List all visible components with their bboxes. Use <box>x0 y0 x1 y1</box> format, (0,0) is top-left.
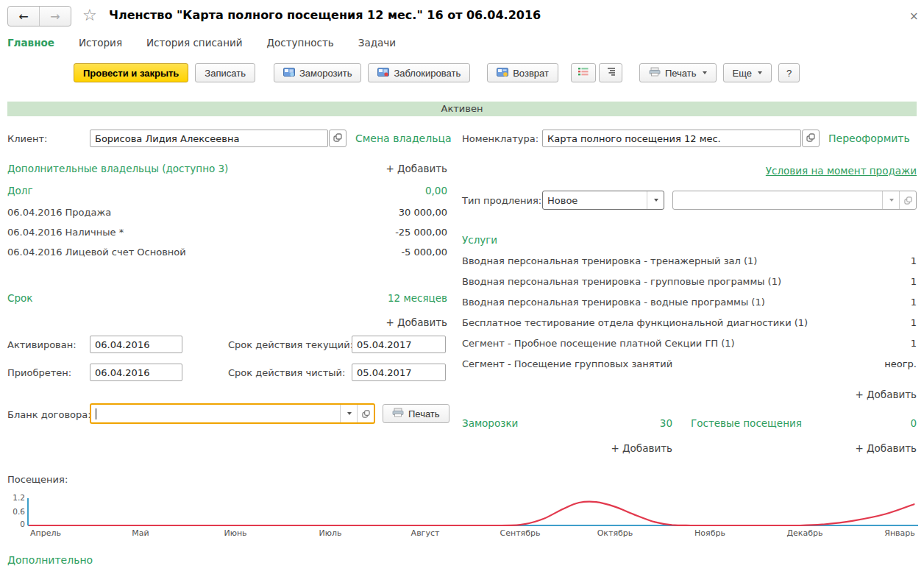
colored-list-icon <box>578 67 589 79</box>
x-axis-month-label: Ноябрь <box>694 528 725 538</box>
add-owner-button[interactable]: + Добавить <box>385 163 447 174</box>
term-current-date-input[interactable] <box>352 336 446 353</box>
visits-chart: 00.61.2АпрельМайИюньИюльАвгустСентябрьОк… <box>0 483 924 549</box>
add-guest-visit-button[interactable]: + Добавить <box>855 442 917 454</box>
term-net-date-input[interactable] <box>352 364 446 381</box>
term-header-row: Срок 12 месяцев <box>7 292 447 304</box>
freezes-add-row: + Добавить <box>462 442 672 454</box>
y-tick-label: 0 <box>20 520 25 528</box>
service-label: Вводная персональная тренировка - водные… <box>462 297 765 308</box>
add-term-button[interactable]: + Добавить <box>385 316 447 328</box>
help-button[interactable]: ? <box>778 63 800 82</box>
open-button[interactable] <box>899 191 916 209</box>
favorite-star-icon[interactable]: ☆ <box>82 7 97 24</box>
x-axis-month-label: Сентябрь <box>500 528 541 538</box>
renewal-type-label: Тип продления: <box>462 195 541 206</box>
x-axis-month-label: Май <box>132 528 149 538</box>
reissue-link[interactable]: Переоформить <box>828 132 910 144</box>
nomenclature-open-button[interactable] <box>802 130 820 147</box>
debt-row: 06.04.2016 Продажа 30 000,00 <box>7 207 447 218</box>
tab-tasks[interactable]: Задачи <box>358 37 396 49</box>
back-button[interactable]: ← <box>8 7 40 26</box>
client-open-button[interactable] <box>329 130 346 147</box>
client-input[interactable] <box>90 130 328 147</box>
tab-main[interactable]: Главное <box>7 37 54 49</box>
structure-list-button[interactable] <box>599 63 622 82</box>
tab-history[interactable]: История <box>79 37 122 49</box>
card-block-icon <box>377 68 389 79</box>
freezes-header[interactable]: Заморозки <box>462 417 518 429</box>
visits-chart-svg: 00.61.2АпрельМайИюньИюльАвгустСентябрьОк… <box>0 483 924 549</box>
dropdown-button[interactable] <box>647 191 664 209</box>
block-label: Заблокировать <box>394 68 461 79</box>
guest-visits-header[interactable]: Гостевые посещения <box>691 417 802 429</box>
save-button[interactable]: Записать <box>195 63 255 82</box>
debt-row: 06.04.2016 Наличные * -25 000,00 <box>7 227 447 238</box>
add-freeze-button[interactable]: + Добавить <box>611 442 672 454</box>
dropdown-button[interactable] <box>340 405 357 422</box>
guest-visits-row: Гостевые посещения 0 <box>691 417 917 429</box>
open-link-icon <box>904 196 912 205</box>
refund-button[interactable]: Возврат <box>487 63 558 82</box>
debt-row-label: 06.04.2016 Лицевой счет Основной <box>7 247 186 258</box>
chevron-down-icon <box>703 71 707 74</box>
debt-header[interactable]: Долг <box>7 185 33 196</box>
service-value: 1 <box>911 317 917 328</box>
contract-blank-value <box>91 408 340 419</box>
debt-row-label: 06.04.2016 Наличные * <box>7 227 124 238</box>
debt-total: 0,00 <box>425 185 447 196</box>
section-tabs: Главное История История списаний Доступн… <box>7 37 396 49</box>
nav-history-group: ← → <box>7 6 71 26</box>
service-value: 1 <box>911 255 917 266</box>
chevron-down-icon <box>758 71 762 74</box>
forward-button[interactable]: → <box>40 7 71 26</box>
chevron-down-icon <box>889 199 894 202</box>
renewal-type-select[interactable]: Новое <box>542 191 664 210</box>
more-button[interactable]: Еще <box>723 63 772 82</box>
service-row: Сегмент - Пробное посещение платной Секц… <box>462 338 917 349</box>
service-label: Сегмент - Посещение групповых занятий <box>462 358 672 369</box>
guest-visits-value: 0 <box>910 417 917 429</box>
activated-date-input[interactable] <box>90 336 182 353</box>
printer-icon <box>649 67 661 79</box>
service-row: Вводная персональная тренировка - водные… <box>462 297 917 308</box>
term-add-row: + Добавить <box>7 316 447 328</box>
nomenclature-input[interactable] <box>542 130 801 147</box>
contract-print-button[interactable]: Печать <box>383 404 449 423</box>
open-link-icon <box>362 410 370 418</box>
colored-list-button[interactable] <box>571 63 596 82</box>
debt-row-label: 06.04.2016 Продажа <box>7 207 111 218</box>
services-add-row: + Добавить <box>462 389 917 400</box>
chevron-down-icon <box>654 199 658 202</box>
additional-section-link[interactable]: Дополнительно <box>7 554 93 566</box>
close-icon[interactable]: × <box>909 10 919 23</box>
debt-row: 06.04.2016 Лицевой счет Основной -5 000,… <box>7 247 447 258</box>
debt-row-value: 30 000,00 <box>399 207 447 218</box>
dropdown-button[interactable] <box>882 191 899 209</box>
service-row: Сегмент - Посещение групповых занятий не… <box>462 358 917 369</box>
block-button[interactable]: Заблокировать <box>368 63 470 82</box>
add-service-button[interactable]: + Добавить <box>855 389 917 400</box>
freeze-label: Заморозить <box>299 68 352 79</box>
freeze-button[interactable]: Заморозить <box>274 63 362 82</box>
services-header[interactable]: Услуги <box>462 234 497 246</box>
x-axis-month-label: Апрель <box>30 528 61 538</box>
change-owner-link[interactable]: Смена владельца <box>355 132 452 144</box>
sale-terms-row: Условия на момент продажи <box>462 165 917 177</box>
post-and-close-button[interactable]: Провести и закрыть <box>74 63 188 82</box>
print-label: Печать <box>665 68 697 79</box>
freezes-value: 30 <box>660 417 672 429</box>
contract-blank-select[interactable] <box>90 403 375 424</box>
renewal-extra-select[interactable] <box>672 191 917 210</box>
x-axis-month-label: Июнь <box>224 528 246 538</box>
open-button[interactable] <box>357 405 374 422</box>
client-label: Клиент: <box>7 133 47 144</box>
purchased-date-input[interactable] <box>90 364 182 381</box>
service-row: Вводная персональная тренировка - группо… <box>462 276 917 287</box>
sale-terms-link[interactable]: Условия на момент продажи <box>766 165 917 177</box>
tab-availability[interactable]: Доступность <box>267 37 334 49</box>
term-header[interactable]: Срок <box>7 292 32 304</box>
additional-owners-header[interactable]: Дополнительные владельцы (доступно 3) <box>7 163 228 174</box>
tab-writeoff-history[interactable]: История списаний <box>146 37 243 49</box>
print-menu-button[interactable]: Печать <box>639 63 717 82</box>
